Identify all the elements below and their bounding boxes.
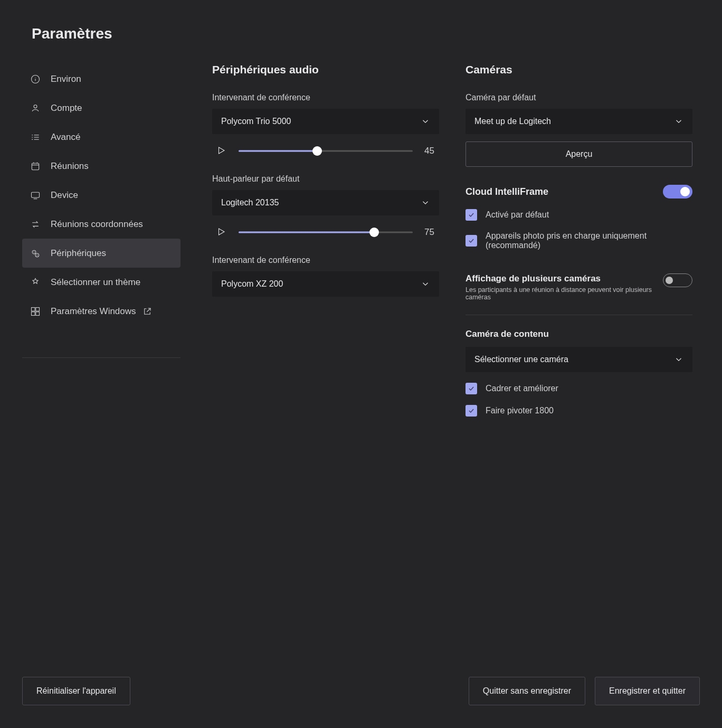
divider [466, 315, 692, 315]
theme-icon [30, 277, 41, 288]
swap-icon [30, 219, 41, 230]
conference-mic-select[interactable]: Polycom XZ 200 [212, 271, 439, 297]
conference-mic-label: Intervenant de conférence [212, 256, 439, 265]
svg-rect-14 [32, 192, 40, 197]
multi-view-toggle[interactable] [663, 273, 692, 287]
rotate-1800-checkbox[interactable] [466, 405, 477, 417]
svg-rect-21 [36, 307, 40, 311]
rotate-1800-label: Faire pivoter 1800 [486, 406, 554, 415]
info-icon [30, 73, 41, 85]
save-and-exit-button[interactable]: Enregistrer et quitter [595, 677, 700, 705]
svg-point-8 [32, 139, 33, 140]
account-icon [30, 102, 41, 114]
sidebar-item-peripherals[interactable]: Périphériques [22, 239, 180, 268]
sidebar-item-label: Réunions [51, 161, 89, 172]
footer: Réinitialiser l'appareil Quitter sans en… [0, 670, 722, 712]
sidebar-item-advanced[interactable]: Avancé [22, 122, 180, 152]
intelliframe-toggle[interactable] [663, 185, 692, 198]
svg-point-2 [35, 77, 36, 78]
default-speaker-select[interactable]: Logitech 20135 [212, 190, 439, 215]
default-speaker-label: Haut-parleur par défaut [212, 174, 439, 184]
sidebar-item-meetings[interactable]: Réunions [22, 152, 180, 181]
chevron-down-icon [421, 117, 430, 126]
sidebar: Environ Compte Avancé Réunions Device [22, 64, 180, 358]
preview-button[interactable]: Aperçu [466, 141, 692, 167]
sidebar-item-label: Avancé [51, 132, 80, 143]
svg-rect-20 [32, 307, 35, 311]
multi-view-sub: Les participants à une réunion à distanc… [466, 286, 654, 301]
list-icon [30, 131, 41, 143]
sidebar-divider [22, 357, 180, 358]
sidebar-item-label: Sélectionner un thème [51, 277, 140, 288]
default-speaker-volume-value: 75 [424, 227, 439, 238]
conference-mic-value: Polycom XZ 200 [221, 279, 283, 289]
audio-section: Périphériques audio Intervenant de confé… [212, 63, 439, 417]
reset-device-button[interactable]: Réinitialiser l'appareil [22, 677, 130, 705]
svg-rect-23 [36, 311, 40, 315]
cameras-section-title: Caméras [466, 63, 692, 76]
content-camera-label: Caméra de contenu [466, 329, 692, 339]
play-test-audio-icon[interactable] [216, 146, 227, 156]
crop-enhance-label: Cadrer et améliorer [486, 384, 558, 393]
content-camera-value: Sélectionner une caméra [474, 355, 568, 364]
audio-section-title: Périphériques audio [212, 63, 439, 76]
conference-speaker-value: Polycom Trio 5000 [221, 117, 291, 126]
svg-rect-10 [32, 163, 39, 170]
sidebar-item-label: Réunions coordonnées [51, 219, 143, 230]
sidebar-item-label: Périphériques [51, 248, 106, 259]
conference-speaker-volume-slider[interactable] [239, 146, 413, 156]
sidebar-item-about[interactable]: Environ [22, 64, 180, 93]
default-camera-select[interactable]: Meet up de Logitech [466, 109, 692, 134]
svg-marker-24 [219, 147, 225, 154]
conference-speaker-volume-value: 45 [424, 146, 439, 156]
intelliframe-default-on-label: Activé par défaut [486, 210, 549, 220]
default-camera-label: Caméra par défaut [466, 93, 692, 102]
chevron-down-icon [674, 117, 683, 126]
intelliframe-supported-only-checkbox[interactable] [466, 235, 477, 247]
content-camera-select[interactable]: Sélectionner une caméra [466, 347, 692, 372]
page-title: Paramètres [32, 25, 112, 42]
svg-marker-25 [219, 229, 225, 235]
default-speaker-volume-slider[interactable] [239, 227, 413, 238]
gear-dual-icon [30, 248, 41, 259]
chevron-down-icon [674, 355, 683, 364]
external-link-icon [142, 307, 152, 316]
svg-point-6 [32, 137, 33, 138]
sidebar-item-theme[interactable]: Sélectionner un thème [22, 268, 180, 297]
sidebar-item-coordinated-meetings[interactable]: Réunions coordonnées [22, 210, 180, 239]
intelliframe-default-on-checkbox[interactable] [466, 209, 477, 221]
play-test-audio-icon[interactable] [216, 227, 227, 238]
svg-rect-22 [32, 311, 35, 315]
sidebar-item-account[interactable]: Compte [22, 93, 180, 122]
svg-point-3 [34, 105, 37, 108]
sidebar-item-label: Paramètres Windows [51, 306, 136, 317]
svg-point-19 [37, 254, 38, 256]
exit-without-saving-button[interactable]: Quitter sans enregistrer [469, 677, 585, 705]
conference-speaker-select[interactable]: Polycom Trio 5000 [212, 109, 439, 134]
crop-enhance-checkbox[interactable] [466, 383, 477, 394]
cameras-section: Caméras Caméra par défaut Meet up de Log… [466, 63, 692, 417]
calendar-icon [30, 160, 41, 172]
svg-point-4 [32, 135, 33, 136]
conference-speaker-label: Intervenant de conférence [212, 93, 439, 102]
intelliframe-label: Cloud IntelliFrame [466, 186, 548, 197]
intelliframe-supported-only-label: Appareils photo pris en charge uniquemen… [486, 231, 692, 250]
sidebar-item-label: Device [51, 190, 78, 201]
sidebar-item-label: Compte [51, 103, 82, 114]
default-camera-value: Meet up de Logitech [474, 117, 551, 126]
chevron-down-icon [421, 198, 430, 207]
sidebar-item-windows-settings[interactable]: Paramètres Windows [22, 297, 180, 326]
windows-icon [30, 306, 41, 317]
multi-view-label: Affichage de plusieurs caméras [466, 273, 654, 284]
display-icon [30, 190, 41, 201]
default-speaker-value: Logitech 20135 [221, 198, 279, 207]
sidebar-item-device[interactable]: Device [22, 181, 180, 210]
svg-point-18 [34, 251, 35, 252]
chevron-down-icon [421, 279, 430, 289]
sidebar-item-label: Environ [51, 74, 81, 84]
